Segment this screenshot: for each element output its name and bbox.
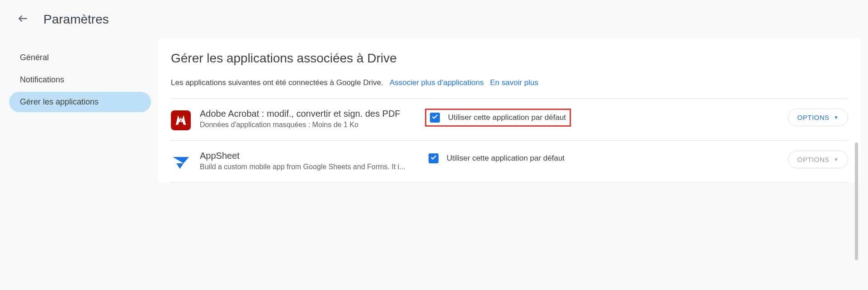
chevron-down-icon: ▼ <box>834 115 839 120</box>
options-button-label: OPTIONS <box>797 114 830 121</box>
app-subtitle: Données d'application masquées : Moins d… <box>200 121 416 129</box>
learn-more-link[interactable]: En savoir plus <box>490 78 538 87</box>
use-by-default-label: Utiliser cette application par défaut <box>447 154 565 163</box>
sidebar-item-general[interactable]: Général <box>9 48 151 68</box>
app-subtitle: Build a custom mobile app from Google Sh… <box>200 163 416 171</box>
sidebar-item-label: Gérer les applications <box>20 97 99 106</box>
options-button[interactable]: OPTIONS ▼ <box>788 109 848 126</box>
connect-more-apps-link[interactable]: Associer plus d'applications <box>390 78 484 87</box>
sidebar-item-label: Notifications <box>20 75 64 84</box>
appsheet-icon <box>171 152 191 172</box>
app-name: Adobe Acrobat : modif., convertir et sig… <box>200 109 416 119</box>
use-by-default-checkbox[interactable] <box>430 113 440 123</box>
settings-header: Paramètres <box>0 0 868 38</box>
app-text: Adobe Acrobat : modif., convertir et sig… <box>200 109 416 129</box>
check-icon <box>430 154 437 163</box>
options-button[interactable]: OPTIONS ▼ <box>788 151 848 168</box>
app-name: AppSheet <box>200 151 416 161</box>
content-description: Les applications suivantes ont été conne… <box>171 78 383 87</box>
adobe-acrobat-icon <box>171 110 191 130</box>
app-text: AppSheet Build a custom mobile app from … <box>200 151 416 171</box>
app-row: AppSheet Build a custom mobile app from … <box>171 141 848 183</box>
content-title: Gérer les applications associées à Drive <box>171 51 848 66</box>
scrollbar-thumb[interactable] <box>855 143 858 260</box>
content-panel: Gérer les applications associées à Drive… <box>158 38 861 183</box>
back-button[interactable] <box>14 9 33 29</box>
content-description-row: Les applications suivantes ont été conne… <box>171 78 848 99</box>
sidebar-item-notifications[interactable]: Notifications <box>9 70 151 90</box>
sidebar-item-manage-apps[interactable]: Gérer les applications <box>9 92 151 112</box>
settings-sidebar: Général Notifications Gérer les applicat… <box>0 38 158 183</box>
use-by-default-checkbox[interactable] <box>429 153 439 163</box>
arrow-left-icon <box>17 13 29 26</box>
use-by-default-label: Utiliser cette application par défaut <box>448 113 566 122</box>
sidebar-item-label: Général <box>20 53 49 62</box>
use-by-default-group: Utiliser cette application par défaut <box>425 109 571 127</box>
use-by-default-group: Utiliser cette application par défaut <box>425 151 568 166</box>
check-icon <box>431 113 439 122</box>
app-row: Adobe Acrobat : modif., convertir et sig… <box>171 99 848 141</box>
page-title: Paramètres <box>43 12 109 27</box>
options-button-label: OPTIONS <box>797 156 830 163</box>
chevron-down-icon: ▼ <box>834 157 839 162</box>
